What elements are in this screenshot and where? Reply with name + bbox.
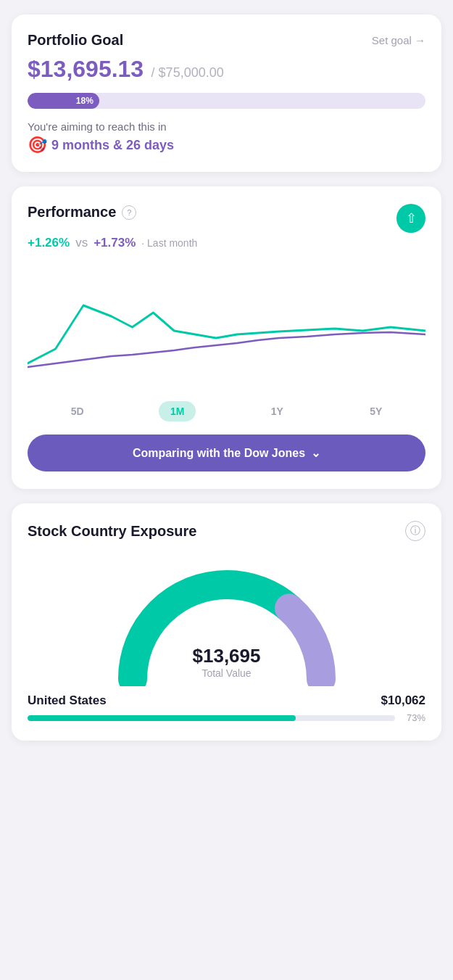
teal-chart-line <box>28 305 425 363</box>
share-icon: ⇧ <box>406 210 417 226</box>
portfolio-goal-title: Portfolio Goal <box>28 32 123 49</box>
time-filter-1y[interactable]: 1Y <box>259 401 295 421</box>
time-filter-5d[interactable]: 5D <box>59 401 96 421</box>
performance-values-row: +1.26% vs +1.73% · Last month <box>28 236 425 250</box>
performance-help-icon[interactable]: ? <box>122 205 136 220</box>
donut-chart-container: $13,695 Total Value <box>28 556 425 679</box>
time-filter-row: 5D 1M 1Y 5Y <box>28 401 425 421</box>
semicircle-chart: $13,695 Total Value <box>104 556 350 686</box>
performance-main-pct: +1.26% <box>28 236 70 250</box>
us-country-amount: $10,062 <box>381 693 425 708</box>
progress-bar-container: 18% <box>28 93 425 109</box>
performance-period: · Last month <box>141 237 197 249</box>
portfolio-value-row: $13,695.13 / $75,000.00 <box>28 56 425 83</box>
compare-button-label: Comparing with the Dow Jones <box>133 447 305 460</box>
exposure-card: Stock Country Exposure ⓘ $13,695 Total V… <box>12 503 441 741</box>
performance-title-row: Performance ? <box>28 204 136 221</box>
progress-bar-fill: 18% <box>28 93 99 109</box>
chart-svg <box>28 262 425 392</box>
purple-chart-line <box>28 332 425 367</box>
performance-compare-pct: +1.73% <box>93 236 136 250</box>
portfolio-goal-header: Portfolio Goal Set goal → <box>28 32 425 49</box>
compare-button[interactable]: Comparing with the Dow Jones ⌄ <box>28 435 425 472</box>
us-bar-fill <box>28 715 296 721</box>
chevron-down-icon: ⌄ <box>311 446 320 460</box>
donut-center-text: $13,695 Total Value <box>193 645 261 679</box>
performance-header: Performance ? ⇧ <box>28 204 425 233</box>
portfolio-goal-value: / $75,000.00 <box>151 65 224 80</box>
progress-label: 18% <box>76 96 93 106</box>
portfolio-goal-card: Portfolio Goal Set goal → $13,695.13 / $… <box>12 15 441 172</box>
us-country-info: United States $10,062 <box>28 693 425 708</box>
us-bar-bg <box>28 715 395 721</box>
us-country-row: United States $10,062 73% <box>28 693 425 723</box>
time-filter-5y[interactable]: 5Y <box>358 401 394 421</box>
set-goal-link[interactable]: Set goal → <box>372 34 425 46</box>
us-country-pct: 73% <box>402 712 425 723</box>
exposure-title: Stock Country Exposure <box>28 523 196 540</box>
aiming-days-text: 9 months & 26 days <box>51 138 174 153</box>
share-button[interactable]: ⇧ <box>396 204 425 233</box>
exposure-info-icon[interactable]: ⓘ <box>405 521 425 541</box>
us-country-name: United States <box>28 693 107 708</box>
donut-total-value: $13,695 <box>193 645 261 667</box>
performance-card: Performance ? ⇧ +1.26% vs +1.73% · Last … <box>12 186 441 489</box>
portfolio-current-value: $13,695.13 <box>28 56 144 82</box>
aiming-days-row: 🎯 9 months & 26 days <box>28 136 425 155</box>
performance-vs-label: vs <box>75 236 88 250</box>
time-filter-1m[interactable]: 1M <box>159 401 196 421</box>
exposure-header: Stock Country Exposure ⓘ <box>28 521 425 541</box>
performance-chart <box>28 262 425 392</box>
us-bar-container: 73% <box>28 712 425 723</box>
target-icon: 🎯 <box>28 136 47 155</box>
donut-total-label: Total Value <box>193 667 261 679</box>
performance-title: Performance <box>28 204 116 221</box>
aiming-text: You're aiming to reach this in <box>28 120 425 133</box>
